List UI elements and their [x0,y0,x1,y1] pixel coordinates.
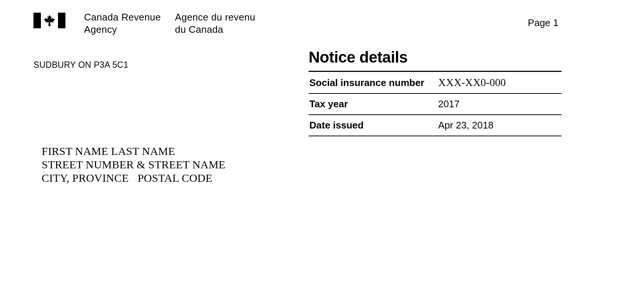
notice-value: XXX-XX0-000 [438,76,561,89]
notice-label: Date issued [309,120,438,131]
recipient-city-line: CITY, PROVINCE POSTAL CODE [42,171,644,185]
recipient-address-block: FIRST NAME LAST NAME STREET NUMBER & STR… [0,145,644,185]
notice-row-sin: Social insurance number XXX-XX0-000 [309,72,561,94]
notice-label: Social insurance number [309,77,438,89]
canada-flag-icon [33,13,65,28]
recipient-name: FIRST NAME LAST NAME [42,145,644,158]
notice-row-date-issued: Date issued Apr 23, 2018 [309,115,561,136]
notice-value: Apr 23, 2018 [438,120,561,131]
recipient-postal-code: POSTAL CODE [138,171,212,185]
maple-leaf-icon [42,13,57,28]
notice-details: Notice details Social insurance number X… [309,48,561,136]
notice-row-tax-year: Tax year 2017 [309,94,561,115]
notice-table: Social insurance number XXX-XX0-000 Tax … [309,71,561,136]
recipient-city-province: CITY, PROVINCE [42,171,129,185]
notice-title: Notice details [309,48,561,66]
agency-name-fr: Agence du revenu du Canada [175,11,255,35]
page-number: Page 1 [528,11,611,29]
flag-bar-right [58,13,65,28]
notice-label: Tax year [309,98,438,110]
header-row: Canada Revenue Agency Agence du revenu d… [0,0,644,35]
agency-identity: Canada Revenue Agency Agence du revenu d… [33,11,255,35]
agency-name-en: Canada Revenue Agency [84,11,161,35]
agency-names: Canada Revenue Agency Agence du revenu d… [84,11,255,35]
notice-value: 2017 [438,98,561,110]
flag-bar-left [33,13,41,28]
recipient-street: STREET NUMBER & STREET NAME [42,158,644,171]
